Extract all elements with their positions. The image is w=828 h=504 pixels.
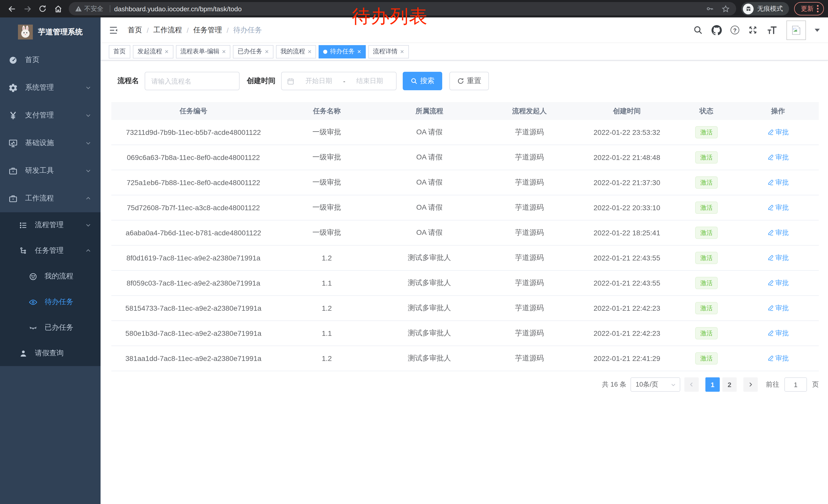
- approve-link[interactable]: 审批: [767, 228, 789, 237]
- task-table: 任务编号任务名称所属流程流程发起人创建时间状态操作 73211d9d-7b9b-…: [111, 102, 819, 371]
- chevron-down-icon[interactable]: [815, 29, 820, 32]
- incognito-icon: [743, 3, 754, 14]
- help-icon[interactable]: ?: [731, 26, 739, 34]
- address-bar[interactable]: 不安全 dashboard.yudao.iocoder.cn/bpm/task/…: [69, 2, 736, 15]
- table-row: 580e1b3d-7ac8-11ec-a9e2-a2380e71991a 1.1…: [111, 321, 819, 346]
- avatar[interactable]: [786, 20, 806, 40]
- sidebar-item-leave-query[interactable]: 请假查询: [0, 340, 100, 366]
- sidebar-fold-icon[interactable]: [108, 25, 119, 35]
- close-icon[interactable]: ×: [400, 48, 404, 55]
- cell-task-id: 8f059c03-7ac8-11ec-a9e2-a2380e71991a: [111, 279, 276, 287]
- tab[interactable]: 首页 ×: [109, 45, 130, 58]
- edit-icon: [767, 229, 774, 236]
- table-header-cell: 所属流程: [378, 106, 481, 116]
- approve-link[interactable]: 审批: [767, 203, 789, 212]
- goto-page-input[interactable]: [784, 377, 807, 392]
- search-button[interactable]: 搜索: [403, 72, 442, 90]
- sidebar-item-todo-task[interactable]: 待办任务: [0, 289, 100, 315]
- breadcrumb-task-mgmt[interactable]: 任务管理: [194, 26, 222, 35]
- end-date-placeholder: 结束日期: [348, 77, 391, 86]
- sidebar-item-payment[interactable]: 支付管理: [0, 101, 100, 129]
- close-icon[interactable]: ×: [357, 48, 361, 55]
- cell-task-name: 一级审批: [276, 128, 378, 137]
- approve-link[interactable]: 审批: [767, 354, 789, 363]
- approve-link[interactable]: 审批: [767, 128, 789, 137]
- cell-starter: 芋道源码: [481, 329, 578, 338]
- tab[interactable]: 待办任务 ×: [319, 45, 366, 58]
- github-icon[interactable]: [711, 25, 722, 35]
- forward-icon[interactable]: [19, 1, 35, 16]
- breadcrumb: 首页 / 工作流程 / 任务管理 / 待办任务: [128, 26, 262, 35]
- cell-create-time: 2022-01-21 22:42:23: [578, 329, 676, 337]
- cell-process: 测试多审批人: [378, 278, 481, 288]
- divider: [110, 5, 110, 12]
- kebab-menu-icon[interactable]: [817, 5, 819, 13]
- cell-task-id: 73211d9d-7b9b-11ec-b5b7-acde48001122: [111, 128, 276, 136]
- cell-task-name: 一级审批: [276, 153, 378, 162]
- cell-create-time: 2022-01-21 22:43:55: [578, 279, 676, 287]
- breadcrumb-workflow[interactable]: 工作流程: [153, 26, 182, 35]
- cell-process: 测试多审批人: [378, 329, 481, 338]
- status-badge: 激活: [695, 352, 718, 365]
- reload-icon[interactable]: [35, 1, 50, 16]
- sidebar-item-devtools[interactable]: 研发工具: [0, 157, 100, 185]
- date-range-picker[interactable]: 开始日期 - 结束日期: [281, 72, 397, 90]
- sidebar-item-task-mgmt[interactable]: 任务管理: [0, 238, 100, 264]
- sidebar-item-home[interactable]: 首页: [0, 46, 100, 74]
- edit-icon: [767, 305, 774, 312]
- url-text[interactable]: dashboard.yudao.iocoder.cn/bpm/task/todo: [114, 5, 242, 12]
- approve-link[interactable]: 审批: [767, 278, 789, 288]
- search-icon[interactable]: [693, 25, 703, 35]
- sidebar-item-process-mgmt[interactable]: 流程管理: [0, 212, 100, 238]
- update-label: 更新: [801, 4, 814, 13]
- tab-label: 已办任务: [238, 47, 262, 56]
- main-area: 首页 / 工作流程 / 任务管理 / 待办任务 ?: [100, 17, 828, 504]
- sidebar-item-infrastructure[interactable]: 基础设施: [0, 129, 100, 157]
- tab[interactable]: 流程表单-编辑 ×: [176, 45, 230, 58]
- approve-link[interactable]: 审批: [767, 253, 789, 263]
- sidebar-item-workflow[interactable]: 工作流程: [0, 185, 100, 212]
- cell-starter: 芋道源码: [481, 253, 578, 263]
- app-logo-row[interactable]: 芋道管理系统: [0, 17, 100, 46]
- cell-process: OA 请假: [378, 128, 481, 137]
- approve-link[interactable]: 审批: [767, 329, 789, 338]
- close-icon[interactable]: ×: [222, 48, 226, 55]
- breadcrumb-home[interactable]: 首页: [128, 26, 142, 35]
- process-name-input[interactable]: [145, 72, 240, 90]
- tab[interactable]: 已办任务 ×: [233, 45, 273, 58]
- sidebar-item-done-task[interactable]: 已办任务: [0, 315, 100, 340]
- sidebar-item-system[interactable]: 系统管理: [0, 74, 100, 101]
- approve-link[interactable]: 审批: [767, 153, 789, 162]
- sidebar-item-my-process[interactable]: 我的流程: [0, 264, 100, 289]
- close-icon[interactable]: ×: [165, 48, 169, 55]
- next-page-button[interactable]: [743, 377, 758, 392]
- tab[interactable]: 流程详情 ×: [368, 45, 409, 58]
- table-row: 381aa1dd-7ac8-11ec-a9e2-a2380e71991a 1.2…: [111, 346, 819, 371]
- status-badge: 激活: [695, 252, 718, 264]
- reset-button[interactable]: 重置: [449, 72, 489, 90]
- bookmark-star-icon[interactable]: [721, 4, 730, 13]
- security-label[interactable]: 不安全: [84, 4, 104, 13]
- close-icon[interactable]: ×: [308, 48, 312, 55]
- page-size-select[interactable]: 10条/页: [630, 377, 680, 392]
- fullscreen-icon[interactable]: [748, 25, 758, 35]
- page-suffix: 页: [812, 380, 819, 389]
- back-icon[interactable]: [4, 1, 19, 16]
- approve-link[interactable]: 审批: [767, 178, 789, 187]
- briefcase-icon: [8, 166, 18, 176]
- tab[interactable]: 我的流程 ×: [276, 45, 316, 58]
- close-icon[interactable]: ×: [265, 48, 268, 55]
- page-number-button[interactable]: 2: [722, 377, 737, 392]
- key-icon[interactable]: [706, 5, 714, 13]
- tab[interactable]: 发起流程 ×: [133, 45, 173, 58]
- font-size-icon[interactable]: [767, 25, 778, 35]
- cell-task-name: 一级审批: [276, 178, 378, 187]
- chevron-down-icon: [85, 85, 91, 91]
- cell-task-name: 1.1: [276, 279, 378, 287]
- page-number-button[interactable]: 1: [705, 377, 720, 392]
- update-button[interactable]: 更新: [794, 2, 824, 15]
- prev-page-button[interactable]: [685, 377, 699, 392]
- approve-link[interactable]: 审批: [767, 304, 789, 313]
- home-icon[interactable]: [50, 1, 66, 16]
- edit-icon: [767, 355, 774, 362]
